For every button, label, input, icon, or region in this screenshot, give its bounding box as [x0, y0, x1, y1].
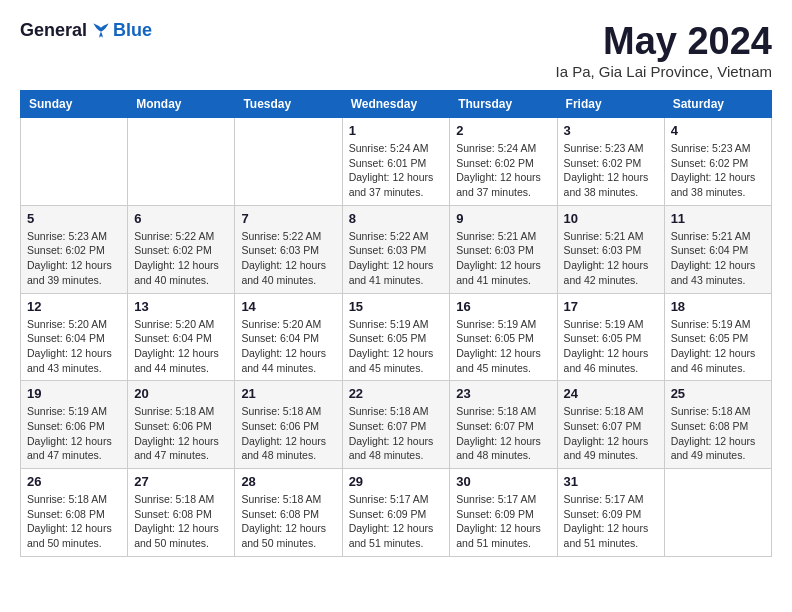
calendar-cell: 26Sunrise: 5:18 AMSunset: 6:08 PMDayligh…: [21, 469, 128, 557]
calendar-cell: 19Sunrise: 5:19 AMSunset: 6:06 PMDayligh…: [21, 381, 128, 469]
day-number: 29: [349, 474, 444, 489]
calendar-cell: 6Sunrise: 5:22 AMSunset: 6:02 PMDaylight…: [128, 205, 235, 293]
calendar-cell: 20Sunrise: 5:18 AMSunset: 6:06 PMDayligh…: [128, 381, 235, 469]
day-number: 31: [564, 474, 658, 489]
day-info: Sunrise: 5:19 AMSunset: 6:06 PMDaylight:…: [27, 404, 121, 463]
day-info: Sunrise: 5:19 AMSunset: 6:05 PMDaylight:…: [671, 317, 765, 376]
day-number: 11: [671, 211, 765, 226]
day-info: Sunrise: 5:24 AMSunset: 6:02 PMDaylight:…: [456, 141, 550, 200]
day-number: 3: [564, 123, 658, 138]
header-sunday: Sunday: [21, 91, 128, 118]
header-friday: Friday: [557, 91, 664, 118]
day-info: Sunrise: 5:23 AMSunset: 6:02 PMDaylight:…: [27, 229, 121, 288]
calendar-title: May 2024: [555, 20, 772, 63]
day-number: 22: [349, 386, 444, 401]
header-row: SundayMondayTuesdayWednesdayThursdayFrid…: [21, 91, 772, 118]
day-info: Sunrise: 5:24 AMSunset: 6:01 PMDaylight:…: [349, 141, 444, 200]
day-info: Sunrise: 5:18 AMSunset: 6:06 PMDaylight:…: [134, 404, 228, 463]
calendar-cell: 28Sunrise: 5:18 AMSunset: 6:08 PMDayligh…: [235, 469, 342, 557]
day-number: 28: [241, 474, 335, 489]
logo-general-text: General: [20, 20, 87, 41]
day-number: 23: [456, 386, 550, 401]
day-number: 27: [134, 474, 228, 489]
week-row-4: 26Sunrise: 5:18 AMSunset: 6:08 PMDayligh…: [21, 469, 772, 557]
day-number: 13: [134, 299, 228, 314]
week-row-0: 1Sunrise: 5:24 AMSunset: 6:01 PMDaylight…: [21, 118, 772, 206]
day-number: 2: [456, 123, 550, 138]
calendar-cell: 12Sunrise: 5:20 AMSunset: 6:04 PMDayligh…: [21, 293, 128, 381]
calendar-cell: [21, 118, 128, 206]
day-info: Sunrise: 5:19 AMSunset: 6:05 PMDaylight:…: [349, 317, 444, 376]
calendar-cell: 3Sunrise: 5:23 AMSunset: 6:02 PMDaylight…: [557, 118, 664, 206]
calendar-cell: 17Sunrise: 5:19 AMSunset: 6:05 PMDayligh…: [557, 293, 664, 381]
day-number: 19: [27, 386, 121, 401]
logo-bird-icon: [91, 21, 111, 41]
calendar-cell: 27Sunrise: 5:18 AMSunset: 6:08 PMDayligh…: [128, 469, 235, 557]
calendar-cell: 13Sunrise: 5:20 AMSunset: 6:04 PMDayligh…: [128, 293, 235, 381]
day-info: Sunrise: 5:18 AMSunset: 6:06 PMDaylight:…: [241, 404, 335, 463]
day-number: 15: [349, 299, 444, 314]
day-info: Sunrise: 5:22 AMSunset: 6:02 PMDaylight:…: [134, 229, 228, 288]
day-number: 21: [241, 386, 335, 401]
header-monday: Monday: [128, 91, 235, 118]
day-number: 10: [564, 211, 658, 226]
day-number: 4: [671, 123, 765, 138]
day-info: Sunrise: 5:23 AMSunset: 6:02 PMDaylight:…: [671, 141, 765, 200]
day-info: Sunrise: 5:20 AMSunset: 6:04 PMDaylight:…: [134, 317, 228, 376]
day-info: Sunrise: 5:21 AMSunset: 6:04 PMDaylight:…: [671, 229, 765, 288]
day-info: Sunrise: 5:20 AMSunset: 6:04 PMDaylight:…: [27, 317, 121, 376]
day-number: 30: [456, 474, 550, 489]
calendar-subtitle: Ia Pa, Gia Lai Province, Vietnam: [555, 63, 772, 80]
day-info: Sunrise: 5:23 AMSunset: 6:02 PMDaylight:…: [564, 141, 658, 200]
day-number: 24: [564, 386, 658, 401]
calendar-cell: 7Sunrise: 5:22 AMSunset: 6:03 PMDaylight…: [235, 205, 342, 293]
day-number: 8: [349, 211, 444, 226]
day-info: Sunrise: 5:18 AMSunset: 6:07 PMDaylight:…: [564, 404, 658, 463]
calendar-cell: 9Sunrise: 5:21 AMSunset: 6:03 PMDaylight…: [450, 205, 557, 293]
calendar-cell: 18Sunrise: 5:19 AMSunset: 6:05 PMDayligh…: [664, 293, 771, 381]
day-info: Sunrise: 5:17 AMSunset: 6:09 PMDaylight:…: [349, 492, 444, 551]
day-info: Sunrise: 5:18 AMSunset: 6:07 PMDaylight:…: [349, 404, 444, 463]
calendar-cell: 24Sunrise: 5:18 AMSunset: 6:07 PMDayligh…: [557, 381, 664, 469]
day-number: 9: [456, 211, 550, 226]
day-info: Sunrise: 5:20 AMSunset: 6:04 PMDaylight:…: [241, 317, 335, 376]
day-number: 14: [241, 299, 335, 314]
header-thursday: Thursday: [450, 91, 557, 118]
day-number: 17: [564, 299, 658, 314]
header-tuesday: Tuesday: [235, 91, 342, 118]
calendar-cell: [128, 118, 235, 206]
day-number: 12: [27, 299, 121, 314]
page-header: General Blue May 2024 Ia Pa, Gia Lai Pro…: [20, 20, 772, 80]
day-info: Sunrise: 5:19 AMSunset: 6:05 PMDaylight:…: [564, 317, 658, 376]
calendar-cell: 11Sunrise: 5:21 AMSunset: 6:04 PMDayligh…: [664, 205, 771, 293]
calendar-cell: [235, 118, 342, 206]
calendar-cell: 30Sunrise: 5:17 AMSunset: 6:09 PMDayligh…: [450, 469, 557, 557]
calendar-cell: [664, 469, 771, 557]
day-number: 5: [27, 211, 121, 226]
day-info: Sunrise: 5:17 AMSunset: 6:09 PMDaylight:…: [456, 492, 550, 551]
calendar-cell: 10Sunrise: 5:21 AMSunset: 6:03 PMDayligh…: [557, 205, 664, 293]
calendar-cell: 16Sunrise: 5:19 AMSunset: 6:05 PMDayligh…: [450, 293, 557, 381]
logo-blue-text: Blue: [113, 20, 152, 41]
day-number: 7: [241, 211, 335, 226]
calendar-cell: 31Sunrise: 5:17 AMSunset: 6:09 PMDayligh…: [557, 469, 664, 557]
calendar-cell: 29Sunrise: 5:17 AMSunset: 6:09 PMDayligh…: [342, 469, 450, 557]
day-number: 25: [671, 386, 765, 401]
day-info: Sunrise: 5:21 AMSunset: 6:03 PMDaylight:…: [456, 229, 550, 288]
day-info: Sunrise: 5:18 AMSunset: 6:08 PMDaylight:…: [134, 492, 228, 551]
day-number: 18: [671, 299, 765, 314]
calendar-cell: 4Sunrise: 5:23 AMSunset: 6:02 PMDaylight…: [664, 118, 771, 206]
day-number: 1: [349, 123, 444, 138]
day-number: 16: [456, 299, 550, 314]
calendar-cell: 14Sunrise: 5:20 AMSunset: 6:04 PMDayligh…: [235, 293, 342, 381]
week-row-3: 19Sunrise: 5:19 AMSunset: 6:06 PMDayligh…: [21, 381, 772, 469]
week-row-1: 5Sunrise: 5:23 AMSunset: 6:02 PMDaylight…: [21, 205, 772, 293]
header-saturday: Saturday: [664, 91, 771, 118]
calendar-cell: 15Sunrise: 5:19 AMSunset: 6:05 PMDayligh…: [342, 293, 450, 381]
day-info: Sunrise: 5:18 AMSunset: 6:07 PMDaylight:…: [456, 404, 550, 463]
day-info: Sunrise: 5:18 AMSunset: 6:08 PMDaylight:…: [671, 404, 765, 463]
week-row-2: 12Sunrise: 5:20 AMSunset: 6:04 PMDayligh…: [21, 293, 772, 381]
header-wednesday: Wednesday: [342, 91, 450, 118]
day-info: Sunrise: 5:18 AMSunset: 6:08 PMDaylight:…: [241, 492, 335, 551]
calendar-table: SundayMondayTuesdayWednesdayThursdayFrid…: [20, 90, 772, 557]
